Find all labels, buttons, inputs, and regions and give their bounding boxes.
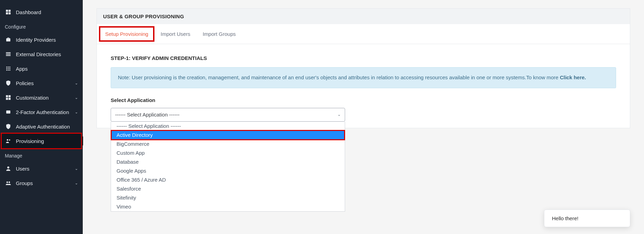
sidebar-item-label: 2-Factor Authentication	[16, 109, 75, 115]
svg-rect-3	[9, 12, 11, 14]
svg-rect-6	[6, 55, 11, 56]
svg-rect-4	[6, 52, 11, 53]
svg-rect-5	[6, 54, 11, 54]
select-application-label: Select Application	[111, 97, 616, 103]
provisioning-panel: USER & GROUP PROVISIONING Setup Provisio…	[97, 8, 630, 128]
chevron-down-icon: ⌄	[338, 112, 341, 117]
sidebar-item-customization[interactable]: Customization ⌄	[0, 90, 83, 105]
sidebar-item-external-directories[interactable]: External Directories	[0, 47, 83, 61]
svg-rect-16	[6, 95, 8, 97]
svg-rect-20	[6, 111, 10, 114]
option-bigcommerce[interactable]: BigCommerce	[111, 140, 345, 149]
option-google-apps[interactable]: Google Apps	[111, 166, 345, 175]
svg-point-21	[7, 139, 9, 141]
svg-point-13	[6, 70, 7, 71]
tab-label: Import Users	[161, 31, 190, 37]
sidebar-item-label: Dashboard	[16, 9, 78, 15]
sidebar-item-label: Customization	[16, 95, 75, 101]
svg-point-25	[9, 182, 10, 183]
option-sitefinity[interactable]: Sitefinity	[111, 193, 345, 202]
sidebar-item-label: Policies	[16, 80, 75, 86]
option-active-directory[interactable]: Active Directory	[111, 131, 345, 140]
svg-rect-0	[6, 10, 8, 12]
option-placeholder[interactable]: ------ Select Application ------	[111, 122, 345, 131]
select-application-wrap: ------ Select Application ------ ⌄ -----…	[111, 108, 345, 122]
sidebar-section-configure: Configure	[0, 19, 83, 32]
svg-point-8	[8, 67, 9, 68]
group-icon	[5, 180, 12, 186]
user-icon	[5, 165, 12, 172]
option-vimeo[interactable]: Vimeo	[111, 202, 345, 211]
shield-check-icon	[5, 123, 12, 130]
select-current-value: ------ Select Application ------	[115, 112, 180, 118]
sidebar-item-label: Provisioning	[16, 138, 78, 144]
sidebar-item-adaptive-auth[interactable]: Adaptive Authentication	[0, 119, 83, 134]
select-application-dropdown: ------ Select Application ------ Active …	[111, 122, 345, 212]
sidebar-item-apps[interactable]: Apps	[0, 61, 83, 76]
sidebar-item-label: Apps	[16, 66, 78, 72]
sidebar-item-label: Identity Providers	[16, 37, 78, 43]
svg-rect-1	[9, 10, 11, 12]
tabs-bar: Setup Provisioning Import Users Import G…	[97, 24, 630, 44]
tab-setup-provisioning[interactable]: Setup Provisioning	[99, 24, 154, 44]
option-database[interactable]: Database	[111, 157, 345, 166]
chevron-down-icon: ⌄	[75, 166, 78, 171]
svg-rect-17	[9, 95, 11, 97]
chat-bubble[interactable]: Hello there!	[544, 210, 630, 227]
tab-label: Import Groups	[203, 31, 236, 37]
sidebar-item-policies[interactable]: Policies ⌄	[0, 76, 83, 90]
sidebar-item-dashboard[interactable]: Dashboard	[0, 5, 83, 19]
option-salesforce[interactable]: Salesforce	[111, 184, 345, 193]
tab-label: Setup Provisioning	[105, 31, 148, 37]
sidebar-item-users[interactable]: Users ⌄	[0, 161, 83, 176]
step-title: STEP-1: VERIFY ADMIN CREDENTIALS	[111, 55, 616, 61]
sidebar-item-label: Adaptive Authentication	[16, 124, 78, 130]
svg-rect-19	[9, 98, 11, 100]
tab-import-users[interactable]: Import Users	[154, 24, 197, 44]
chevron-down-icon: ⌄	[75, 81, 78, 85]
info-note-link[interactable]: Click here.	[560, 74, 586, 80]
svg-point-7	[6, 67, 7, 68]
sidebar-item-label: External Directories	[16, 51, 78, 57]
svg-point-12	[9, 68, 10, 69]
sidebar-item-two-factor[interactable]: 2-Factor Authentication ⌄	[0, 105, 83, 119]
svg-rect-18	[6, 98, 8, 100]
chevron-down-icon: ⌄	[75, 110, 78, 114]
sidebar: Dashboard Configure Identity Providers E…	[0, 0, 83, 234]
option-office365[interactable]: Office 365 / Azure AD	[111, 175, 345, 184]
users-sync-icon	[5, 138, 12, 144]
keypad-icon	[5, 109, 12, 115]
svg-point-22	[9, 139, 10, 141]
sidebar-section-manage: Manage	[0, 148, 83, 161]
chat-greeting: Hello there!	[552, 215, 578, 221]
panel-body: STEP-1: VERIFY ADMIN CREDENTIALS Note: U…	[97, 44, 630, 128]
dashboard-icon	[5, 9, 12, 16]
panel-title: USER & GROUP PROVISIONING	[97, 9, 630, 24]
select-application[interactable]: ------ Select Application ------ ⌄	[111, 108, 345, 122]
sidebar-item-label: Groups	[16, 180, 75, 186]
sidebar-item-label: Users	[16, 166, 75, 172]
svg-point-14	[8, 70, 9, 71]
svg-point-10	[6, 68, 7, 69]
list-icon	[5, 51, 12, 58]
tab-import-groups[interactable]: Import Groups	[197, 24, 242, 44]
chevron-down-icon: ⌄	[75, 95, 78, 100]
info-note: Note: User provisioning is the creation,…	[111, 67, 616, 88]
sidebar-item-identity-providers[interactable]: Identity Providers	[0, 32, 83, 47]
chevron-down-icon: ⌄	[75, 181, 78, 185]
svg-point-15	[9, 70, 10, 71]
puzzle-icon	[5, 94, 12, 101]
svg-point-9	[9, 67, 10, 68]
sidebar-item-groups[interactable]: Groups ⌄	[0, 176, 83, 190]
main-content: USER & GROUP PROVISIONING Setup Provisio…	[83, 0, 644, 234]
grid-icon	[5, 65, 12, 72]
shield-search-icon	[5, 80, 12, 87]
info-note-text: Note: User provisioning is the creation,…	[118, 74, 560, 80]
svg-point-23	[7, 166, 9, 169]
option-custom-app[interactable]: Custom App	[111, 149, 345, 157]
svg-point-11	[8, 68, 9, 69]
svg-rect-2	[6, 12, 8, 14]
svg-point-24	[7, 182, 8, 183]
sidebar-item-provisioning[interactable]: Provisioning	[0, 134, 83, 148]
briefcase-icon	[5, 36, 12, 43]
